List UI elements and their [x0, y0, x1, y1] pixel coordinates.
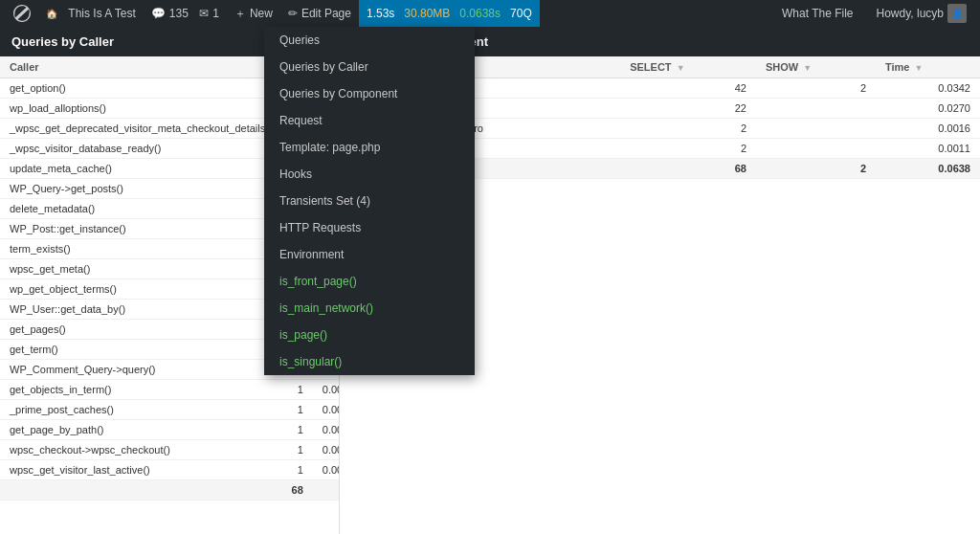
whatthefile-label: What The File [782, 7, 853, 20]
new-label: New [250, 7, 273, 20]
comments-count: 135 [169, 7, 189, 20]
edit-page-button[interactable]: ✏ Edit Page [280, 0, 359, 27]
dropdown-item[interactable]: is_page() [264, 322, 475, 348]
stat-queries: 70Q [510, 7, 532, 20]
caller-cell: _wpsc_get_deprecated_visitor_meta_checko… [0, 119, 282, 139]
wp-logo-icon [13, 5, 31, 22]
caller-cell: WP_User::get_data_by() [0, 300, 282, 320]
dropdown-item[interactable]: HTTP Requests [264, 214, 475, 241]
caller-footer-caller [0, 480, 282, 501]
caller-cell: get_page_by_path() [0, 420, 282, 440]
stat-memory: 30.80MB [404, 7, 450, 20]
dropdown-item[interactable]: is_front_page() [264, 268, 475, 295]
select-sort-icon[interactable]: ▼ [677, 63, 685, 73]
dropdown-item[interactable]: Transients Set (4) [264, 188, 475, 214]
caller-cell: WP_Post::get_instance() [0, 219, 282, 239]
dropdown-item[interactable]: Queries by Caller [264, 54, 475, 80]
caller-table-row[interactable]: get_objects_in_term() 1 0.0001 [0, 380, 340, 400]
wp-logo-button[interactable] [6, 0, 38, 27]
show-cell [756, 99, 876, 119]
caller-col-header: Caller [0, 56, 282, 78]
select-cell: 2 [620, 139, 756, 159]
caller-time-cell: 0.0001 [313, 400, 340, 420]
show-cell: 2 [756, 78, 876, 99]
show-col-header: SHOW ▼ [756, 56, 876, 78]
caller-time-cell: 0.0001 [313, 440, 340, 460]
caller-cell: get_term() [0, 340, 282, 360]
caller-cell: wp_get_object_terms() [0, 279, 282, 300]
select-cell: 42 [620, 78, 756, 99]
select-cell: 22 [620, 99, 756, 119]
caller-num-cell: 1 [282, 400, 313, 420]
comments-button[interactable]: 💬 135 ✉ 1 [144, 0, 227, 27]
time-col-header-right: Time ▼ [876, 56, 980, 78]
edit-label: Edit Page [301, 7, 351, 20]
qm-dropdown-menu: QueriesQueries by CallerQueries by Compo… [264, 27, 475, 375]
caller-cell: get_pages() [0, 320, 282, 340]
caller-cell: term_exists() [0, 239, 282, 259]
dropdown-item[interactable]: Queries by Component [264, 80, 475, 107]
time-cell: 0.0342 [876, 78, 980, 99]
caller-time-cell: 0.0001 [313, 420, 340, 440]
caller-cell: wpsc_get_meta() [0, 259, 282, 279]
caller-cell: _wpsc_visitor_database_ready() [0, 139, 282, 159]
time-sort-icon[interactable]: ▼ [915, 63, 924, 73]
caller-table-row[interactable]: _prime_post_caches() 1 0.0001 [0, 400, 340, 420]
caller-cell: _prime_post_caches() [0, 400, 282, 420]
whatthefile-button[interactable]: What The File [774, 0, 860, 27]
dropdown-item[interactable]: Queries [264, 27, 475, 54]
qm-stats-bar[interactable]: 1.53s 30.80MB 0.0638s 70Q [359, 0, 540, 27]
select-col-header: SELECT ▼ [620, 56, 756, 78]
caller-num-cell: 1 [282, 380, 313, 400]
dropdown-item[interactable]: is_singular() [264, 348, 475, 375]
caller-cell: wpsc_get_visitor_last_active() [0, 460, 282, 480]
caller-cell: wp_load_alloptions() [0, 99, 282, 119]
caller-num-cell: 1 [282, 440, 313, 460]
component-footer-show: 2 [756, 159, 876, 179]
caller-num-cell: 1 [282, 420, 313, 440]
time-cell: 0.0011 [876, 139, 980, 159]
messages-icon: ✉ [199, 7, 209, 20]
caller-table-row[interactable]: wpsc_checkout->wpsc_checkout() 1 0.0001 [0, 440, 340, 460]
component-footer-time: 0.0638 [876, 159, 980, 179]
time-cell: 0.0016 [876, 119, 980, 139]
caller-cell: update_meta_cache() [0, 159, 282, 179]
caller-cell: delete_metadata() [0, 199, 282, 219]
caller-table-row[interactable]: wpsc_get_visitor_last_active() 1 0.0001 [0, 460, 340, 480]
time-cell: 0.0270 [876, 99, 980, 119]
dropdown-item[interactable]: Environment [264, 241, 475, 268]
show-sort-icon[interactable]: ▼ [803, 63, 812, 73]
stat-db-time: 0.0638s [459, 7, 501, 20]
plus-icon: ＋ [234, 6, 246, 22]
caller-cell: WP_Query->get_posts() [0, 179, 282, 199]
component-footer-select: 68 [620, 159, 756, 179]
comments-icon: 💬 [151, 7, 166, 20]
caller-cell: get_option() [0, 78, 282, 99]
site-name-label: This Is A Test [68, 7, 135, 20]
dropdown-item[interactable]: Request [264, 107, 475, 134]
caller-num-cell: 1 [282, 460, 313, 480]
site-name-button[interactable]: 🏠 This Is A Test [38, 0, 144, 27]
show-cell [756, 119, 876, 139]
admin-bar: 🏠 This Is A Test 💬 135 ✉ 1 ＋ New ✏ Edit … [0, 0, 980, 27]
dropdown-item[interactable]: Hooks [264, 161, 475, 188]
edit-icon: ✏ [288, 7, 298, 20]
caller-footer-num2: 2 [313, 480, 340, 501]
caller-footer-row: 68 2 0.0638 [0, 480, 340, 501]
caller-time-cell: 0.0001 [313, 380, 340, 400]
show-cell [756, 139, 876, 159]
howdy-label: Howdy, lucyb [877, 7, 944, 20]
caller-table-row[interactable]: get_page_by_path() 1 0.0001 [0, 420, 340, 440]
caller-cell: wpsc_checkout->wpsc_checkout() [0, 440, 282, 460]
dropdown-item[interactable]: Template: page.php [264, 134, 475, 161]
new-content-button[interactable]: ＋ New [227, 0, 280, 27]
select-cell: 2 [620, 119, 756, 139]
caller-time-cell: 0.0001 [313, 460, 340, 480]
howdy-button[interactable]: Howdy, lucyb 👤 [869, 0, 974, 27]
dropdown-item[interactable]: is_main_network() [264, 295, 475, 322]
qm-panel: Queries by Caller Caller get_option() wp… [0, 27, 980, 534]
caller-cell: WP_Comment_Query->query() [0, 360, 282, 380]
avatar: 👤 [947, 4, 967, 23]
stat-time: 1.53s [367, 7, 394, 20]
caller-cell: get_objects_in_term() [0, 380, 282, 400]
